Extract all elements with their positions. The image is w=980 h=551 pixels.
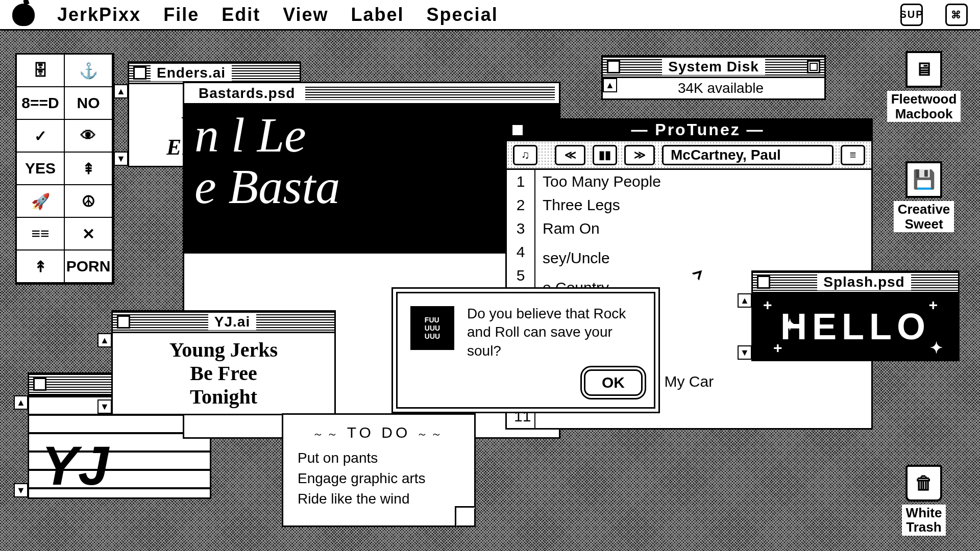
pause-button[interactable]: ▮▮ bbox=[593, 145, 617, 165]
scroll-up-icon[interactable]: ▲ bbox=[14, 395, 28, 410]
track-number: 4 bbox=[507, 240, 534, 264]
tool-cell[interactable]: ⚓ bbox=[65, 55, 113, 87]
close-icon[interactable] bbox=[33, 378, 46, 391]
scroll-up-icon[interactable]: ▲ bbox=[114, 84, 128, 98]
tool-cell[interactable]: ☮ bbox=[65, 185, 113, 218]
track-number: 2 bbox=[507, 193, 534, 217]
tool-cell[interactable]: 👁 bbox=[65, 120, 113, 153]
tool-cell[interactable]: 🚀 bbox=[17, 185, 65, 218]
scroll-down-icon[interactable]: ▼ bbox=[97, 399, 112, 414]
todo-item: Put on pants bbox=[298, 448, 460, 468]
track-number: 3 bbox=[507, 217, 534, 240]
dialog-message: Do you believe that Rock and Roll can sa… bbox=[467, 305, 630, 360]
computer-icon: 🖥 bbox=[905, 51, 942, 88]
creative-sweet-icon[interactable]: 💾 Creative Sweet bbox=[883, 161, 965, 232]
tool-cell[interactable]: YES bbox=[17, 153, 65, 185]
scroll-up-icon[interactable]: ▲ bbox=[97, 333, 112, 347]
window-title: YJ.ai bbox=[208, 314, 256, 330]
floppy-icon: 💾 bbox=[905, 161, 942, 198]
rage-icon: FUU UUU UUU bbox=[409, 305, 456, 352]
tool-cell[interactable]: ✓ bbox=[17, 120, 65, 153]
system-icon[interactable]: ⌘ bbox=[945, 4, 968, 26]
tool-cell[interactable]: 🗄 bbox=[17, 55, 65, 87]
page-curl-icon bbox=[455, 506, 475, 527]
menubar: JerkPixx File Edit View Label Special SU… bbox=[0, 0, 980, 31]
scroll-down-icon[interactable]: ▼ bbox=[738, 345, 752, 360]
track-number: 5 bbox=[507, 264, 534, 287]
tool-cell[interactable]: ↟ bbox=[17, 251, 65, 283]
tool-cell[interactable]: PORN bbox=[65, 251, 113, 283]
window-title: Splash.psd bbox=[817, 274, 911, 290]
disk-status: 34K available bbox=[617, 78, 824, 98]
track-name[interactable] bbox=[535, 240, 871, 246]
window-title: System Disk bbox=[662, 59, 765, 75]
menu-special[interactable]: Special bbox=[427, 4, 498, 26]
menu-file[interactable]: File bbox=[163, 4, 199, 26]
scroll-down-icon[interactable]: ▼ bbox=[14, 483, 28, 497]
tool-cell[interactable]: ✕ bbox=[65, 218, 113, 251]
prev-button[interactable]: ≪ bbox=[555, 145, 585, 165]
yj-window[interactable]: YJ.ai ▲ ▼ Young Jerks Be Free Tonight bbox=[111, 310, 336, 415]
close-icon[interactable] bbox=[511, 123, 524, 137]
system-disk-window[interactable]: System Disk ▲ 34K available bbox=[601, 55, 826, 100]
window-title: — ProTunez — bbox=[528, 120, 867, 139]
now-playing: McCartney, Paul bbox=[662, 145, 834, 165]
window-title: Enders.ai bbox=[151, 65, 232, 81]
white-trash-icon[interactable]: 🗑 White Trash bbox=[883, 465, 965, 536]
tool-cell[interactable]: NO bbox=[65, 87, 113, 120]
scroll-up-icon[interactable]: ▲ bbox=[603, 78, 617, 92]
protunez-toolbar: ♫ ≪ ▮▮ ≫ McCartney, Paul ≡ bbox=[507, 141, 871, 170]
close-icon[interactable] bbox=[117, 315, 130, 329]
menu-label[interactable]: Label bbox=[351, 4, 404, 26]
fleetwood-macbook-icon[interactable]: 🖥 Fleetwood Macbook bbox=[883, 51, 965, 122]
tool-cell[interactable]: 8==D bbox=[17, 87, 65, 120]
trash-icon: 🗑 bbox=[905, 465, 942, 502]
track-name[interactable]: Three Legs bbox=[535, 193, 871, 217]
close-icon[interactable] bbox=[607, 60, 620, 73]
apple-icon[interactable] bbox=[12, 4, 35, 26]
eq-icon[interactable]: ≡ bbox=[841, 145, 865, 165]
tool-cell[interactable]: ⇞ bbox=[65, 153, 113, 185]
close-icon[interactable] bbox=[757, 276, 770, 289]
todo-note[interactable]: TO DO Put on pantsEngage graphic artsRid… bbox=[282, 413, 476, 527]
track-name[interactable]: sey/Uncle bbox=[535, 246, 871, 270]
yj-art: Young Jerks Be Free Tonight bbox=[113, 333, 334, 414]
scroll-down-icon[interactable]: ▼ bbox=[114, 152, 128, 166]
ok-button[interactable]: OK bbox=[584, 369, 643, 396]
window-title: Bastards.psd bbox=[188, 85, 301, 102]
bastards-art: n l Le e Basta bbox=[184, 105, 559, 254]
todo-item: Engage graphic arts bbox=[298, 468, 460, 489]
close-icon[interactable] bbox=[133, 66, 146, 80]
next-button[interactable]: ≫ bbox=[624, 145, 655, 165]
splash-art: HELLO + + + ✦ ✦ bbox=[753, 293, 958, 360]
music-icon[interactable]: ♫ bbox=[513, 145, 537, 165]
menu-edit[interactable]: Edit bbox=[222, 4, 260, 26]
note-title: TO DO bbox=[298, 424, 460, 442]
zoom-icon[interactable] bbox=[807, 60, 820, 73]
sup-icon[interactable]: SUP bbox=[900, 4, 923, 26]
todo-item: Ride like the wind bbox=[298, 489, 460, 509]
tool-palette: 🗄⚓8==DNO✓👁YES⇞🚀☮≡≡✕↟PORN bbox=[15, 53, 114, 285]
track-name[interactable]: Ram On bbox=[535, 217, 871, 240]
tool-cell[interactable]: ≡≡ bbox=[17, 218, 65, 251]
scroll-up-icon[interactable]: ▲ bbox=[738, 293, 752, 308]
menu-view[interactable]: View bbox=[283, 4, 328, 26]
app-menu[interactable]: JerkPixx bbox=[57, 4, 141, 26]
alert-dialog: FUU UUU UUU Do you believe that Rock and… bbox=[396, 292, 655, 409]
track-number: 1 bbox=[507, 170, 534, 193]
track-name[interactable]: Too Many People bbox=[535, 170, 871, 193]
splash-window[interactable]: Splash.psd ▲ ▼ HELLO + + + ✦ ✦ bbox=[751, 270, 960, 361]
